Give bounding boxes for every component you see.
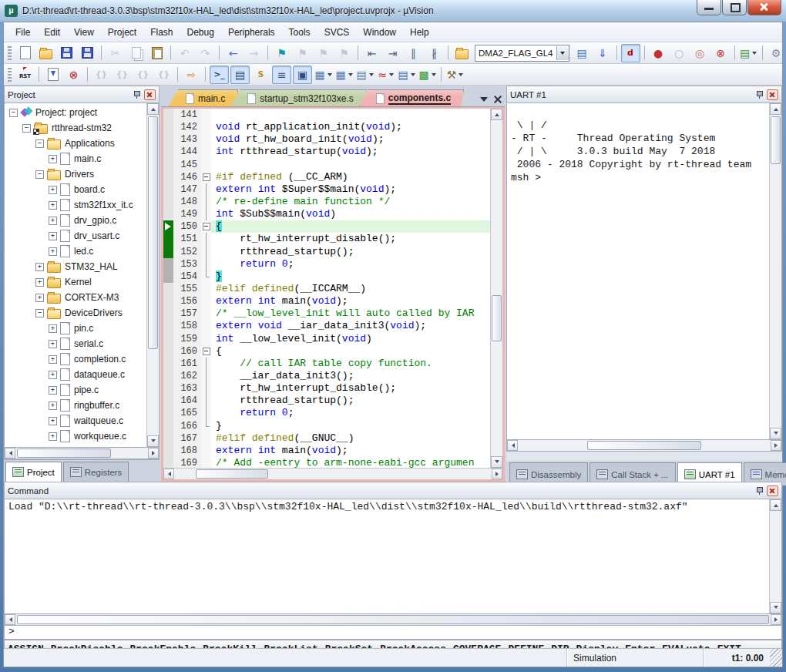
uart-vscrollbar[interactable] xyxy=(769,103,781,439)
tree-item-applications[interactable]: −Applications xyxy=(5,136,146,151)
trace-windows-button[interactable]: ▤ xyxy=(397,66,416,84)
code-editor[interactable]: 141142void rt_application_init(void);143… xyxy=(163,109,490,468)
find-next-button[interactable]: ▤ xyxy=(573,44,592,62)
find-in-files-button[interactable] xyxy=(452,44,472,62)
toolbar-grip[interactable] xyxy=(8,68,12,82)
uncomment-button[interactable]: ∦ xyxy=(425,44,444,62)
menu-svcs[interactable]: SVCS xyxy=(317,24,357,41)
menu-edit[interactable]: Edit xyxy=(37,24,67,41)
run-to-cursor-button[interactable]: {} xyxy=(154,66,173,84)
expand-icon[interactable]: + xyxy=(35,278,44,287)
expand-icon[interactable]: + xyxy=(49,386,57,395)
code-line[interactable]: 142void rt_application_init(void); xyxy=(163,121,490,133)
copy-button[interactable] xyxy=(126,44,146,62)
code-line[interactable]: 165 return 0; xyxy=(163,407,490,419)
configure-target-button[interactable]: ⚙ xyxy=(767,44,786,62)
disassembly-window-button[interactable]: ▤ xyxy=(230,66,250,84)
code-line[interactable]: 168extern int main(void); xyxy=(163,445,490,457)
code-line[interactable]: 161 // call IAR table copy function. xyxy=(163,358,490,370)
pin-icon[interactable] xyxy=(133,90,141,99)
code-line[interactable]: 152 rtthread_startup(); xyxy=(163,246,490,258)
code-line[interactable]: 146#if defined (__CC_ARM) xyxy=(163,171,490,183)
run-button[interactable] xyxy=(43,66,62,84)
toolbox-button[interactable]: ⚒ xyxy=(445,66,465,84)
disable-all-breakpoints-button[interactable]: ◎ xyxy=(690,44,710,62)
menu-help[interactable]: Help xyxy=(403,24,436,41)
tree-item-ringbuffer-c[interactable]: +ringbuffer.c xyxy=(5,398,146,413)
code-line[interactable]: 163 rt_hw_interrupt_disable(); xyxy=(163,382,490,395)
command-window-button[interactable]: >_ xyxy=(210,66,229,84)
expand-icon[interactable]: + xyxy=(49,186,57,194)
maximize-button[interactable] xyxy=(722,0,747,15)
code-line[interactable]: 159int __low_level_init(void) xyxy=(163,333,490,345)
collapse-icon[interactable]: − xyxy=(22,124,31,133)
step-out-button[interactable]: {} xyxy=(133,66,153,84)
unindent-button[interactable]: ⇤ xyxy=(362,44,381,62)
expand-icon[interactable]: + xyxy=(49,201,57,210)
expand-icon[interactable]: + xyxy=(49,155,57,163)
dropdown-arrow-icon[interactable] xyxy=(432,73,436,76)
kill-all-breakpoints-button[interactable]: ⊗ xyxy=(711,44,731,62)
uart-hscrollbar[interactable] xyxy=(506,440,782,452)
minimize-button[interactable] xyxy=(697,0,721,15)
code-line[interactable]: 167#elif defined(__GNUC__) xyxy=(163,432,490,445)
window-layout-button[interactable]: ▤ xyxy=(739,44,758,62)
panel-close-icon[interactable] xyxy=(767,89,778,100)
expand-icon[interactable]: + xyxy=(49,247,57,256)
tree-item-project-project[interactable]: −Project: project xyxy=(5,105,146,120)
code-line[interactable]: 158extern void __iar_data_init3(void); xyxy=(163,320,490,332)
undo-button[interactable]: ↶ xyxy=(175,44,194,62)
fold-collapse-icon[interactable] xyxy=(201,345,211,358)
tree-item-completion-c[interactable]: +completion.c xyxy=(5,351,146,367)
symbols-window-button[interactable]: S xyxy=(251,66,270,84)
dropdown-arrow-icon[interactable] xyxy=(369,73,374,76)
paste-button[interactable] xyxy=(147,44,166,62)
code-line[interactable]: 148/* re-define main function */ xyxy=(163,196,490,208)
cut-button[interactable]: ✂ xyxy=(106,44,125,62)
expand-icon[interactable]: + xyxy=(49,402,57,410)
menu-window[interactable]: Window xyxy=(356,24,403,41)
code-line[interactable]: 160{ xyxy=(163,345,490,358)
tree-item-workqueue-c[interactable]: +workqueue.c xyxy=(5,428,146,444)
command-hscrollbar[interactable] xyxy=(4,614,782,626)
menu-flash[interactable]: Flash xyxy=(143,24,180,41)
editor-tab-main-c[interactable]: main.c xyxy=(169,89,238,106)
stop-button[interactable]: ⊗ xyxy=(64,66,83,84)
editor-hscrollbar[interactable] xyxy=(163,468,502,479)
code-line[interactable]: 156extern int main(void); xyxy=(163,295,490,307)
tree-item-rtthread-stm32[interactable]: −rtthread-stm32 xyxy=(5,120,146,136)
tree-item-main-c[interactable]: +main.c xyxy=(5,151,146,166)
tree-item-cortex-m3[interactable]: +CORTEX-M3 xyxy=(5,290,146,305)
call-stack-window-button[interactable]: ▣ xyxy=(293,66,312,84)
close-button[interactable] xyxy=(747,0,781,15)
tree-item-board-c[interactable]: +board.c xyxy=(5,182,146,197)
pin-icon[interactable] xyxy=(755,90,764,99)
redo-button[interactable]: ↷ xyxy=(196,44,215,62)
step-button[interactable]: {} xyxy=(92,66,111,84)
navigate-back-button[interactable]: ← xyxy=(223,44,243,62)
tab-list-dropdown-icon[interactable] xyxy=(480,97,488,102)
start-stop-debug-button[interactable]: d xyxy=(621,44,640,62)
collapse-icon[interactable]: − xyxy=(35,170,44,179)
expand-icon[interactable]: + xyxy=(49,217,57,225)
comment-button[interactable]: ∥ xyxy=(404,44,423,62)
fold-collapse-icon[interactable] xyxy=(201,171,211,183)
tree-item-pin-c[interactable]: +pin.c xyxy=(5,321,146,336)
next-bookmark-button[interactable]: ⚑ xyxy=(314,44,333,62)
insert-bookmark-button[interactable]: ⚑ xyxy=(272,44,291,62)
close-file-icon[interactable] xyxy=(494,96,502,103)
analysis-windows-button[interactable]: ≈ xyxy=(376,66,395,84)
project-tree-hscrollbar[interactable] xyxy=(4,448,160,459)
tree-item-drivers[interactable]: −Drivers xyxy=(5,166,146,182)
indent-button[interactable]: ⇥ xyxy=(383,44,402,62)
expand-icon[interactable]: + xyxy=(49,417,57,425)
code-line[interactable]: 141 xyxy=(163,109,490,121)
command-output[interactable]: Load "D:\\rt-thread\\rt-thread-3.0.3\\bs… xyxy=(5,499,769,613)
enable-breakpoint-button[interactable]: ○ xyxy=(670,44,689,62)
combo-dropdown-icon[interactable] xyxy=(556,46,569,60)
reset-cpu-button[interactable]: RST xyxy=(15,66,35,84)
code-line[interactable]: 166} xyxy=(163,420,490,432)
watch-windows-button[interactable]: ▦ xyxy=(314,66,333,84)
tree-item-dataqueue-c[interactable]: +dataqueue.c xyxy=(5,367,146,382)
expand-icon[interactable]: + xyxy=(35,263,44,271)
